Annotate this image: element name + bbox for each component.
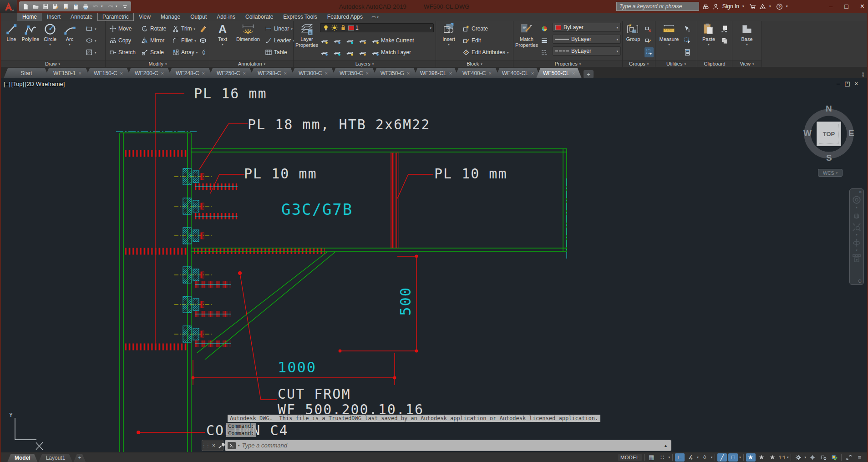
cut-button[interactable]	[721, 24, 728, 34]
close-tab-icon[interactable]: ×	[572, 71, 575, 76]
model-space-button[interactable]: MODEL	[618, 454, 642, 461]
file-tab-start[interactable]: Start	[4, 68, 49, 78]
close-tab-icon[interactable]: ×	[365, 71, 368, 76]
workspace-gear-icon[interactable]	[793, 453, 803, 462]
close-tab-icon[interactable]: ×	[449, 71, 452, 76]
file-tab[interactable]: WF350-C×	[331, 68, 377, 78]
viewcube[interactable]: N W E S TOP	[803, 96, 855, 168]
layer-select[interactable]: 1 ▾	[320, 23, 434, 32]
array-button[interactable]: Array▾	[172, 47, 198, 57]
text-button[interactable]: AText▾	[213, 22, 232, 59]
panel-label-modify[interactable]: Modify▾	[106, 60, 210, 67]
tab-parametric[interactable]: Parametric	[97, 13, 134, 21]
file-tab[interactable]: WF248-C×	[168, 68, 213, 78]
osnap-dropdown-icon[interactable]: ▾	[739, 456, 741, 459]
line-button[interactable]: Line	[3, 22, 20, 59]
copy-button[interactable]: Copy	[109, 36, 131, 46]
file-tab[interactable]: WF350-G×	[372, 68, 418, 78]
table-button[interactable]: Table	[265, 47, 287, 57]
vp-close-icon[interactable]: ×	[855, 80, 858, 87]
panel-label-draw[interactable]: Draw▾	[0, 60, 105, 67]
linetype-button[interactable]	[541, 47, 548, 57]
redo-dropdown-icon[interactable]: ▾	[116, 5, 119, 8]
layer-thaw-button[interactable]	[346, 47, 354, 57]
layout1-tab[interactable]: Layout1	[39, 454, 73, 462]
match-layer-button[interactable]: Match Layer	[372, 47, 411, 57]
navigation-bar[interactable]: ✕ ▾ ▾ ▾ ⊖	[849, 188, 864, 285]
erase-button[interactable]	[199, 24, 207, 34]
app-store-icon[interactable]	[749, 3, 756, 10]
layer-freeze-button[interactable]	[346, 36, 354, 46]
close-tab-icon[interactable]: ×	[407, 71, 410, 76]
file-tab[interactable]: WF250-C×	[208, 68, 254, 78]
save-as-icon[interactable]	[51, 2, 60, 11]
copy-clip-button[interactable]	[721, 36, 728, 46]
close-tab-icon[interactable]: ×	[531, 71, 534, 76]
viewcube-top-face[interactable]: TOP	[817, 122, 841, 146]
qat-menu-icon[interactable]	[120, 2, 129, 11]
panel-label-properties[interactable]: Properties▾	[513, 60, 622, 67]
lineweight-select[interactable]: ByLayer▾	[553, 35, 621, 44]
minimize-icon[interactable]: –	[829, 3, 832, 10]
layer-dropdown-icon[interactable]: ▾	[430, 26, 431, 30]
viewcube-south[interactable]: S	[826, 153, 832, 163]
object-color-select[interactable]: ByLayer▾	[553, 23, 621, 32]
cad-drawing[interactable]: Y	[0, 78, 868, 452]
a360-dropdown-icon[interactable]: ▾	[769, 5, 773, 8]
trim-button[interactable]: Trim▾	[172, 24, 195, 34]
annotation-visibility-icon[interactable]	[746, 453, 756, 462]
wcs-button[interactable]: WCS▿	[818, 169, 843, 177]
command-customize-icon[interactable]	[218, 442, 223, 449]
quick-select-button[interactable]	[684, 36, 691, 46]
rectangle-button[interactable]: ▾	[86, 24, 96, 34]
close-tab-icon[interactable]: ×	[161, 71, 163, 76]
panel-label-view[interactable]: View▾	[732, 60, 761, 67]
isoplane-dropdown-icon[interactable]: ▾	[711, 456, 713, 459]
orbit-icon[interactable]	[852, 238, 861, 247]
grid-icon[interactable]: ▦	[647, 453, 656, 462]
ribbon-options-icon[interactable]: ▭ ▾	[368, 13, 382, 21]
cad-mark-label[interactable]: G3C/G7B	[281, 200, 353, 218]
isoplane-icon[interactable]: ◊	[700, 453, 710, 462]
tab-annotate[interactable]: Annotate	[66, 13, 97, 21]
leader-button[interactable]: Leader▾	[265, 36, 294, 46]
autocad-logo[interactable]	[0, 0, 17, 13]
save-icon[interactable]	[41, 2, 50, 11]
open-file-icon[interactable]	[31, 2, 40, 11]
new-file-icon[interactable]	[21, 2, 30, 11]
circle-button[interactable]: Circle▾	[41, 22, 59, 59]
file-tab[interactable]: WF396-CL×	[413, 68, 459, 78]
open-from-web-icon[interactable]	[61, 2, 70, 11]
offset-button[interactable]	[199, 47, 207, 57]
clean-screen-icon[interactable]	[844, 453, 853, 462]
panel-label-groups[interactable]: Groups▾	[623, 60, 655, 67]
close-tab-icon[interactable]: ×	[325, 71, 327, 76]
redo-icon[interactable]	[106, 2, 115, 11]
quick-calc-button[interactable]	[684, 47, 691, 57]
new-tab-button[interactable]: +	[584, 70, 594, 78]
group-button[interactable]: Group	[624, 22, 643, 59]
cad-label-pl18[interactable]: PL 18 mm, HTB 2x6M22	[248, 117, 430, 132]
match-properties-button[interactable]: Match Properties	[514, 22, 539, 59]
insert-block-button[interactable]: Insert▾	[439, 22, 459, 59]
file-tab[interactable]: WF150-1×	[45, 68, 90, 78]
file-tab[interactable]: WF400-CL×	[495, 68, 541, 78]
paste-button[interactable]: Paste▾	[699, 22, 718, 59]
rotate-button[interactable]: Rotate	[141, 24, 166, 34]
object-snap-icon[interactable]: □	[728, 453, 738, 462]
scale-dropdown-icon[interactable]: ▾	[787, 456, 789, 459]
layer-off-button[interactable]	[321, 36, 328, 46]
base-button[interactable]: Base▾	[738, 22, 756, 59]
sign-in-dropdown-icon[interactable]: ▾	[742, 5, 746, 8]
annotation-monitor-icon[interactable]	[807, 453, 817, 462]
explode-button[interactable]	[199, 36, 207, 46]
arc-button[interactable]: Arc▾	[62, 22, 77, 59]
annotation-scale-value[interactable]: 1:1	[779, 455, 786, 460]
tab-express-tools[interactable]: Express Tools	[278, 13, 322, 21]
visual-style-button[interactable]: [2D Wireframe]	[25, 81, 65, 87]
command-input[interactable]	[242, 442, 662, 449]
search-input[interactable]	[616, 2, 699, 11]
move-button[interactable]: Move	[109, 24, 132, 34]
measure-button[interactable]: Measure▾	[657, 22, 681, 59]
plot-icon[interactable]	[81, 2, 90, 11]
